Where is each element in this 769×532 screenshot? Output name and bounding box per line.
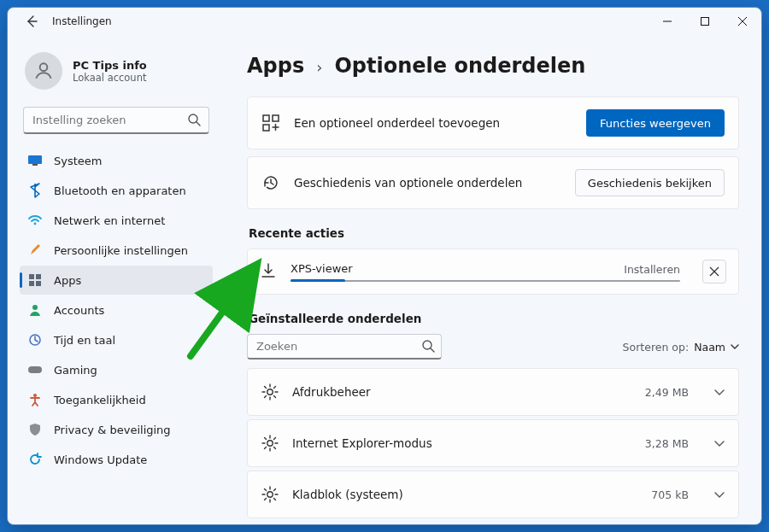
close-icon [738,17,747,26]
svg-rect-21 [263,125,269,131]
search-icon [187,113,201,126]
installed-search-input[interactable] [247,334,442,360]
view-history-button[interactable]: Geschiedenis bekijken [575,169,725,196]
recent-actions-heading: Recente acties [249,226,739,240]
sidebar-search-input[interactable] [23,107,209,134]
nav-label: Windows Update [54,453,147,466]
nav-item-system[interactable]: Systeem [20,146,213,175]
sort-value: Naam [694,341,725,354]
add-grid-icon [261,114,280,132]
chevron-down-icon [714,492,725,498]
avatar [25,52,62,90]
chevron-right-icon: › [316,58,322,76]
nav-item-privacy[interactable]: Privacy & beveiliging [20,415,213,444]
progress-bar [291,280,680,282]
shield-icon [28,423,42,436]
maximize-button[interactable] [686,8,724,35]
svg-rect-13 [29,281,34,286]
nav-item-time-language[interactable]: Tijd en taal [20,325,213,354]
close-button[interactable] [724,8,761,35]
nav-label: Tijd en taal [54,334,115,347]
nav-item-windows-update[interactable]: Windows Update [20,445,213,474]
bluetooth-icon [28,184,42,197]
svg-rect-2 [701,18,709,26]
nav-item-apps[interactable]: Apps [20,266,213,295]
chevron-down-icon [714,389,725,395]
svg-line-7 [197,122,200,126]
installed-item-name: Internet Explorer-modus [292,436,631,450]
chevron-down-icon [714,441,725,447]
arrow-left-icon [25,15,38,28]
profile-block[interactable]: PC Tips info Lokaal account [20,42,213,103]
back-button[interactable] [23,13,40,30]
sort-label: Sorteren op: [623,341,690,354]
nav-label: Bluetooth en apparaten [54,184,186,197]
nav-item-accounts[interactable]: Accounts [20,295,213,324]
installed-item[interactable]: Afdrukbeheer 2,49 MB [247,368,739,416]
svg-rect-20 [273,115,279,121]
add-feature-text: Een optioneel onderdeel toevoegen [294,116,572,130]
svg-point-15 [32,305,38,310]
maximize-icon [701,17,709,26]
dismiss-button[interactable] [702,260,726,284]
gamepad-icon [28,363,42,377]
monitor-icon [28,154,42,167]
sidebar-nav: Systeem Bluetooth en apparaten Netwerk e… [20,146,213,474]
svg-point-5 [40,63,48,71]
view-features-button[interactable]: Functies weergeven [586,109,725,137]
breadcrumb-root[interactable]: Apps [247,54,304,78]
filter-row: Sorteren op: Naam [247,334,739,360]
minimize-button[interactable] [649,8,686,35]
nav-label: Gaming [54,364,97,377]
sidebar: PC Tips info Lokaal account Systeem [8,35,221,524]
person-icon [28,303,42,317]
close-icon [710,267,719,276]
svg-point-29 [267,441,273,446]
history-text: Geschiedenis van optionele onderdelen [294,176,561,190]
page-title: Optionele onderdelen [334,54,585,78]
nav-item-gaming[interactable]: Gaming [20,355,213,384]
add-feature-card: Een optioneel onderdeel toevoegen Functi… [247,96,739,149]
svg-rect-11 [29,274,34,279]
sidebar-search-wrap [23,107,209,134]
sort-dropdown[interactable]: Sorteren op: Naam [623,341,739,354]
nav-label: Accounts [54,304,104,317]
recent-item-name: XPS-viewer [291,262,353,275]
installed-item-size: 3,28 MB [645,437,689,450]
svg-point-10 [34,223,37,225]
nav-item-personalization[interactable]: Persoonlijke instellingen [20,236,213,265]
gear-icon [261,435,279,452]
accessibility-icon [28,393,42,406]
titlebar: Instellingen [8,8,761,35]
nav-item-network[interactable]: Netwerk en internet [20,206,213,235]
svg-line-27 [431,348,434,352]
gear-icon [261,486,279,503]
installed-item-name: Kladblok (systeem) [292,488,637,501]
nav-label: Apps [54,274,81,287]
nav-label: Toegankelijkheid [54,394,146,406]
installed-item-size: 2,49 MB [645,386,689,399]
minimize-icon [663,17,672,26]
svg-rect-19 [263,115,269,121]
installed-item[interactable]: Kladblok (systeem) 705 kB [247,471,739,518]
history-icon [261,173,280,192]
nav-label: Systeem [54,155,102,167]
update-icon [28,453,42,466]
svg-point-26 [423,341,431,349]
installed-item-name: Afdrukbeheer [292,385,631,399]
nav-label: Privacy & beveiliging [54,424,171,436]
recent-item-status: Installeren [624,263,680,276]
apps-icon [28,273,42,287]
nav-item-bluetooth[interactable]: Bluetooth en apparaten [20,176,213,205]
svg-rect-12 [36,274,41,279]
progress-fill [291,279,345,282]
installed-item[interactable]: Internet Explorer-modus 3,28 MB [247,419,739,467]
installed-heading: Geïnstalleerde onderdelen [249,312,739,325]
nav-item-accessibility[interactable]: Toegankelijkheid [20,385,213,414]
svg-rect-9 [32,164,38,166]
svg-point-18 [33,394,37,397]
svg-point-28 [267,389,273,395]
gear-icon [261,383,279,400]
download-icon [260,262,279,281]
settings-window: Instellingen [7,7,762,525]
